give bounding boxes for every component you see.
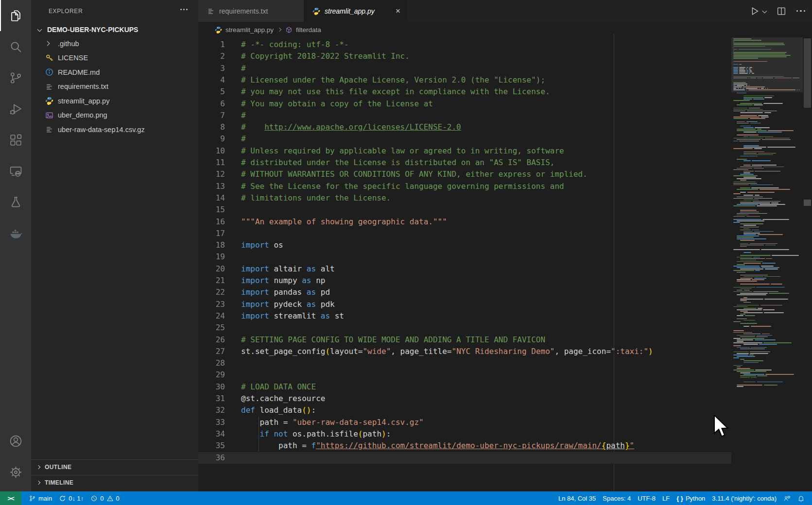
file-row--github[interactable]: .github — [31, 36, 198, 51]
source-control-icon[interactable] — [0, 62, 31, 93]
breadcrumb-symbol[interactable]: filterdata — [296, 26, 321, 34]
minimap[interactable] — [731, 37, 803, 491]
code-line-3[interactable]: 3# — [198, 63, 731, 74]
code-line-19[interactable]: 19 — [198, 251, 731, 263]
line-number: 18 — [198, 239, 225, 251]
breadcrumb: streamlit_app.py filterdata — [198, 22, 812, 37]
code-line-7[interactable]: 7# — [198, 110, 731, 121]
code-line-22[interactable]: 22import pandas as pd — [198, 286, 731, 298]
code-line-29[interactable]: 29 — [198, 369, 731, 381]
code-line-10[interactable]: 10# Unless required by applicable law or… — [198, 145, 731, 157]
testing-icon[interactable] — [0, 186, 31, 218]
code-line-16[interactable]: 16"""An example of showing geographic da… — [198, 216, 731, 228]
code-line-12[interactable]: 12# WITHOUT WARRANTIES OR CONDITIONS OF … — [198, 168, 731, 180]
code-line-30[interactable]: 30# LOAD DATA ONCE — [198, 381, 731, 393]
code-line-33[interactable]: 33 path = "uber-raw-data-sep14.csv.gz" — [198, 417, 731, 428]
code-line-1[interactable]: 1# -*- coding: utf-8 -*- — [198, 39, 731, 50]
code-line-36[interactable]: 36 — [198, 452, 731, 464]
line-number: 21 — [198, 275, 225, 286]
eol-sequence[interactable]: LF — [659, 491, 673, 505]
code-line-35[interactable]: 35 path = f"https://github.com/streamlit… — [198, 440, 731, 452]
folder-root-row[interactable]: DEMO-UBER-NYC-PICKUPS — [31, 22, 198, 36]
code-line-31[interactable]: 31@st.cache_resource — [198, 393, 731, 404]
code-line-24[interactable]: 24import streamlit as st — [198, 310, 731, 322]
notifications-bell-icon[interactable] — [794, 491, 808, 505]
code-line-6[interactable]: 6# You may obtain a copy of the License … — [198, 98, 731, 110]
code-line-20[interactable]: 20import altair as alt — [198, 263, 731, 275]
file-row-uber-demo-png[interactable]: uber_demo.png — [31, 108, 198, 123]
close-icon[interactable]: × — [396, 7, 400, 15]
file-row-requirements-txt[interactable]: requirements.txt — [31, 80, 198, 94]
code-line-32[interactable]: 32def load_data(): — [198, 404, 731, 416]
line-number: 15 — [198, 204, 225, 216]
python-interpreter[interactable]: 3.11.4 ('nightly': conda) — [708, 491, 780, 505]
chevron-right-icon — [36, 481, 40, 485]
more-actions-icon[interactable] — [796, 10, 806, 12]
line-number: 25 — [198, 322, 225, 334]
code-line-8[interactable]: 8# http://www.apache.org/licenses/LICENS… — [198, 121, 731, 133]
sync-item[interactable]: 0↓ 1↑ — [55, 491, 87, 505]
code-line-11[interactable]: 11# distributed under the License is dis… — [198, 157, 731, 168]
run-python-file-button[interactable] — [749, 6, 766, 17]
code-line-15[interactable]: 15 — [198, 204, 731, 216]
code-line-5[interactable]: 5# you may not use this file except in c… — [198, 86, 731, 98]
line-content: import altair as alt — [241, 263, 335, 275]
account-icon[interactable] — [0, 425, 31, 456]
tab-requirements[interactable]: requirements.txt — [198, 0, 304, 22]
problems-item[interactable]: 0 0 — [87, 491, 122, 505]
sync-counts: 0↓ 1↑ — [69, 495, 84, 502]
breadcrumb-file[interactable]: streamlit_app.py — [225, 26, 274, 34]
language-mode[interactable]: { } Python — [673, 491, 708, 505]
remote-indicator[interactable]: >< — [0, 491, 21, 505]
more-actions-icon[interactable] — [180, 9, 188, 10]
search-icon[interactable] — [0, 31, 31, 62]
file-row-readme-md[interactable]: README.md — [31, 65, 198, 80]
code-line-21[interactable]: 21import numpy as np — [198, 275, 731, 286]
run-debug-icon[interactable] — [0, 93, 31, 124]
extensions-icon[interactable] — [0, 124, 31, 155]
timeline-section[interactable]: TIMELINE — [31, 475, 198, 490]
code-line-2[interactable]: 2# Copyright 2018-2022 Streamlit Inc. — [198, 50, 731, 62]
feedback-icon[interactable] — [780, 491, 794, 505]
settings-gear-icon[interactable] — [0, 456, 31, 488]
code-line-25[interactable]: 25 — [198, 322, 731, 334]
code-line-14[interactable]: 14# limitations under the License. — [198, 192, 731, 204]
cursor-position[interactable]: Ln 84, Col 35 — [555, 491, 599, 505]
scrollbar-thumb[interactable] — [804, 38, 811, 108]
minimap-slider[interactable] — [731, 37, 803, 92]
file-row-license[interactable]: LICENSE — [31, 51, 198, 66]
scrollbar[interactable] — [803, 37, 812, 491]
chevron-right-icon — [36, 465, 40, 469]
line-number: 31 — [198, 393, 225, 404]
line-number: 6 — [198, 98, 225, 110]
file-row-streamlit-app-py[interactable]: streamlit_app.py — [31, 94, 198, 108]
code-line-28[interactable]: 28 — [198, 357, 731, 369]
tab-streamlit-app[interactable]: streamlit_app.py × — [304, 0, 407, 22]
code-line-26[interactable]: 26# SETTING PAGE CONFIG TO WIDE MODE AND… — [198, 334, 731, 346]
code-line-9[interactable]: 9# — [198, 133, 731, 145]
line-content: # WITHOUT WARRANTIES OR CONDITIONS OF AN… — [241, 168, 587, 180]
encoding[interactable]: UTF-8 — [634, 491, 659, 505]
docker-icon[interactable] — [0, 218, 31, 249]
code-line-4[interactable]: 4# Licensed under the Apache License, Ve… — [198, 74, 731, 86]
warnings-count: 0 — [116, 495, 120, 502]
code-line-23[interactable]: 23import pydeck as pdk — [198, 299, 731, 310]
code-line-27[interactable]: 27st.set_page_config(layout="wide", page… — [198, 346, 731, 357]
code-line-17[interactable]: 17 — [198, 228, 731, 239]
split-editor-icon[interactable] — [776, 6, 787, 17]
file-label: uber_demo.png — [58, 111, 107, 119]
indentation[interactable]: Spaces: 4 — [599, 491, 634, 505]
explorer-icon[interactable] — [0, 0, 31, 31]
python-icon — [215, 26, 222, 34]
lines-icon — [45, 82, 53, 91]
file-row-uber-raw-data-sep14-csv-gz[interactable]: uber-raw-data-sep14.csv.gz — [31, 122, 198, 137]
remote-explorer-icon[interactable] — [0, 155, 31, 186]
outline-section[interactable]: OUTLINE — [31, 459, 198, 474]
code-line-13[interactable]: 13# See the License for the specific lan… — [198, 181, 731, 192]
code-line-18[interactable]: 18import os — [198, 239, 731, 251]
errors-count: 0 — [100, 495, 104, 502]
line-content: import os — [241, 239, 283, 251]
branch-item[interactable]: main — [25, 491, 55, 505]
code-line-34[interactable]: 34 if not os.path.isfile(path): — [198, 428, 731, 440]
line-content: # Licensed under the Apache License, Ver… — [241, 74, 545, 86]
